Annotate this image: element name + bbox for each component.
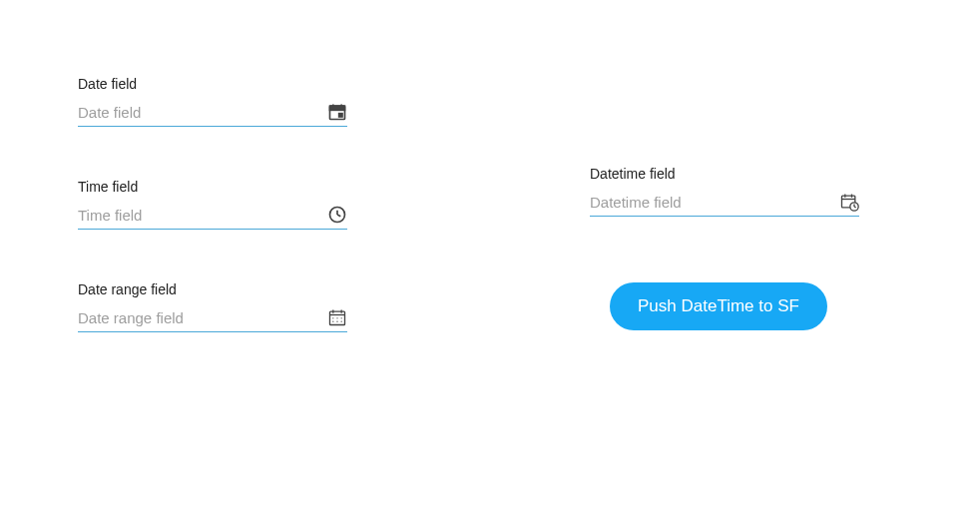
time-field-input[interactable]: [78, 207, 327, 224]
svg-rect-4: [339, 114, 342, 117]
datetime-field-group: Datetime field: [590, 166, 859, 217]
svg-rect-1: [330, 106, 345, 110]
calendar-clock-icon[interactable]: [839, 192, 859, 212]
date-range-field-group: Date range field: [78, 281, 347, 332]
calendar-icon[interactable]: [327, 102, 347, 122]
date-range-field-input-line: [78, 307, 347, 332]
datetime-field-input[interactable]: [590, 194, 839, 211]
date-range-field-input[interactable]: [78, 309, 327, 326]
date-field-input[interactable]: [78, 104, 327, 121]
date-field-input-line: [78, 102, 347, 127]
svg-line-24: [854, 207, 856, 208]
time-field-input-line: [78, 205, 347, 230]
date-field-group: Date field: [78, 76, 347, 127]
clock-icon[interactable]: [327, 205, 347, 225]
svg-line-7: [337, 215, 340, 217]
date-range-field-label: Date range field: [78, 281, 347, 297]
time-field-label: Time field: [78, 179, 347, 195]
date-field-label: Date field: [78, 76, 347, 92]
datetime-field-input-line: [590, 192, 859, 217]
push-datetime-button[interactable]: Push DateTime to SF: [610, 282, 827, 330]
time-field-group: Time field: [78, 179, 347, 230]
calendar-range-icon[interactable]: [327, 307, 347, 327]
datetime-field-label: Datetime field: [590, 166, 859, 182]
